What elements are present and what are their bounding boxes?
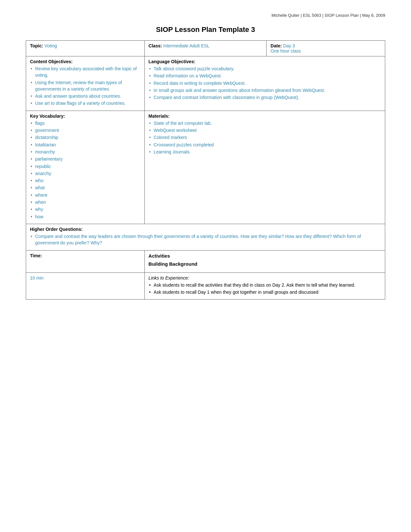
topic-value: Voting (44, 43, 57, 48)
content-obj-header: Content Objectives: (30, 59, 141, 64)
lang-obj-header: Language Objectives: (149, 59, 381, 64)
lang-obj-list: Talk about crossword puzzle vocabulary. … (149, 65, 381, 101)
vocab-item-3: totalitarian (30, 142, 141, 148)
vocab-item-11: when (30, 199, 141, 205)
vocab-item-1: government (30, 127, 141, 133)
vocab-header: Key Vocabulary: (30, 113, 141, 119)
class-label: Class: (149, 43, 162, 48)
activity-bullet-0: Ask students to recall the activities th… (149, 282, 381, 288)
higher-order-header: Higher Order Questions: (30, 227, 381, 232)
content-obj-item-1: Using the Internet, review the main type… (30, 79, 141, 93)
materials-list: State of the art computer lab. WebQuest … (149, 120, 381, 155)
content-obj-item-2: Ask and answer questions about countries… (30, 93, 141, 99)
vocab-item-6: republic (30, 163, 141, 170)
activity-bullets-list: Ask students to recall the activities th… (149, 282, 381, 296)
higher-order-list: Compare and contrast the way leaders are… (30, 233, 381, 246)
materials-header: Materials: (149, 113, 381, 119)
higher-order-row: Higher Order Questions: Compare and cont… (26, 224, 385, 250)
header-meta: Michelle Quiter | ESL 5063 | SIOP Lesson… (26, 13, 385, 18)
date-value: Day 3 (283, 43, 295, 48)
topic-label: Topic: (30, 43, 43, 48)
lang-obj-item-3: In small groups ask and answer questions… (149, 87, 381, 94)
lang-obj-cell: Language Objectives: Talk about crosswor… (144, 56, 385, 111)
class-cell: Class: Intermediate Adult ESL (144, 41, 267, 56)
topic-cell: Topic: Voting (26, 41, 145, 56)
topic-row: Topic: Voting Class: Intermediate Adult … (26, 41, 385, 56)
activity-bullet-1: Ask students to recall Day 1 when they g… (149, 289, 381, 295)
vocab-item-10: where (30, 192, 141, 198)
vocab-item-12: why (30, 206, 141, 212)
lang-obj-item-0: Talk about crossword puzzle vocabulary. (149, 65, 381, 72)
vocab-item-7: anarchy (30, 170, 141, 177)
links-label: Links to Experience: (149, 275, 381, 281)
lang-obj-item-1: Read information on a WebQuest. (149, 73, 381, 79)
materials-cell: Materials: State of the art computer lab… (144, 111, 385, 224)
vocab-list: flags government dictatorship totalitari… (30, 120, 141, 220)
vocab-cell: Key Vocabulary: flags government dictato… (26, 111, 145, 224)
higher-order-cell: Higher Order Questions: Compare and cont… (26, 224, 385, 250)
time-10min-label: 10 min (30, 275, 44, 281)
content-obj-cell: Content Objectives: Review key vocabular… (26, 56, 145, 111)
content-obj-list: Review key vocabulary associated with th… (30, 65, 141, 107)
activities-10min-row: 10 min Links to Experience: Ask students… (26, 272, 385, 300)
time-header-cell: Time: (26, 250, 145, 272)
vocab-item-4: monarchy (30, 149, 141, 155)
lang-obj-item-4: Compare and contrast information with cl… (149, 94, 381, 101)
main-table: Topic: Voting Class: Intermediate Adult … (26, 40, 385, 300)
class-value: Intermediate Adult ESL (163, 43, 210, 48)
material-item-3: Crossword puzzles completed (149, 142, 381, 148)
vocab-materials-row: Key Vocabulary: flags government dictato… (26, 111, 385, 224)
activities-header-cell: Activities Building Background (144, 250, 385, 272)
vocab-item-9: what (30, 184, 141, 191)
material-item-4: Learning Journals (149, 149, 381, 155)
material-item-0: State of the art computer lab. (149, 120, 381, 126)
activities-header-text: Activities (149, 253, 381, 259)
activities-header-row: Time: Activities Building Background (26, 250, 385, 272)
time-10min-cell: 10 min (26, 272, 145, 300)
vocab-item-8: who (30, 177, 141, 184)
objectives-row: Content Objectives: Review key vocabular… (26, 56, 385, 111)
lang-obj-item-2: Record data in writing to complete WebQu… (149, 80, 381, 86)
date-cell: Date: Day 3One hour class (267, 41, 385, 56)
time-header-label: Time: (30, 253, 42, 258)
vocab-item-0: flags (30, 120, 141, 126)
higher-order-item: Compare and contrast the way leaders are… (30, 233, 381, 246)
page-title: SIOP Lesson Plan Template 3 (26, 25, 385, 34)
vocab-item-5: parliamentary (30, 156, 141, 162)
material-item-2: Colored markers (149, 134, 381, 141)
links-experience-cell: Links to Experience: Ask students to rec… (144, 272, 385, 300)
date-label: Date: (270, 43, 282, 48)
vocab-item-2: dictatorship (30, 134, 141, 141)
building-bg-text: Building Background (149, 261, 381, 267)
material-item-1: WebQuest worksheet (149, 127, 381, 133)
date-sub: One hour class (270, 48, 301, 54)
content-obj-item-3: Use art to draw flags of a variety of co… (30, 100, 141, 106)
content-obj-item-0: Review key vocabulary associated with th… (30, 65, 141, 79)
vocab-item-13: how (30, 213, 141, 220)
